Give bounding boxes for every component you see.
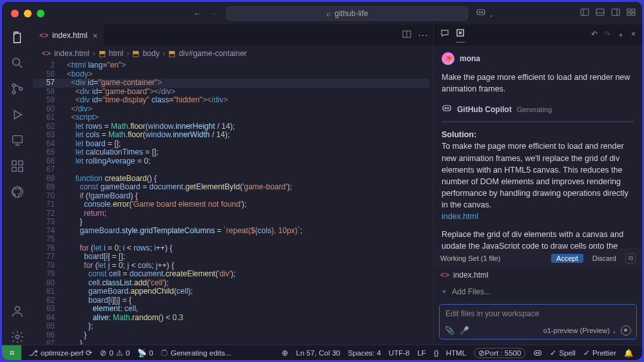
discard-button[interactable]: Discard	[587, 254, 621, 263]
code-line[interactable]: 61 <script>	[33, 113, 429, 122]
code-line[interactable]: 74 gameBoard.style.gridTemplateColumns =…	[33, 227, 429, 236]
github-icon[interactable]	[10, 184, 25, 200]
code-line[interactable]: 69 const gameBoard = document.getElement…	[33, 183, 429, 192]
layout-controls	[580, 8, 636, 19]
add-files-button[interactable]: ＋ Add Files...	[434, 283, 642, 300]
customize-layout-icon[interactable]	[627, 8, 636, 19]
line-number: 84	[33, 314, 63, 323]
notifications-icon[interactable]: 🔔	[620, 348, 637, 357]
code-line[interactable]: 85 };	[33, 322, 429, 331]
model-picker[interactable]: o1-preview (Preview) ⌄	[543, 327, 617, 334]
git-branch[interactable]: ⎇ optimize-perf ⟳	[25, 348, 96, 357]
code-line[interactable]: 63 let cols = Math.floor(window.innerWid…	[33, 131, 429, 140]
code-line[interactable]: 81 gameBoard.appendChild(cell);	[33, 287, 429, 296]
settings-gear-icon[interactable]	[10, 329, 25, 345]
copilot-status-icon[interactable]	[529, 349, 546, 357]
code-line[interactable]: 80 cell.classList.add('cell');	[33, 279, 429, 288]
command-center[interactable]: ⌕ github-life	[226, 6, 468, 21]
code-line[interactable]: 67	[33, 166, 429, 175]
close-panel-icon[interactable]: ×	[631, 30, 636, 41]
encoding[interactable]: UTF-8	[385, 349, 414, 357]
code-line[interactable]: 59 <div id="time-display" class="hidden"…	[33, 96, 429, 105]
code-line[interactable]: 72 return;	[33, 209, 429, 218]
send-button[interactable]	[621, 325, 631, 336]
cursor-position[interactable]: Ln 57, Col 30	[292, 349, 344, 357]
accounts-icon[interactable]	[10, 303, 25, 319]
panel-left-icon[interactable]	[580, 8, 589, 19]
references-header[interactable]: ⌄Used 1 reference	[442, 122, 634, 122]
code-line[interactable]: 62 let rows = Math.floor(window.innerHei…	[33, 122, 429, 131]
extensions-icon[interactable]	[10, 158, 25, 174]
close-tab-icon[interactable]: ×	[93, 31, 98, 41]
maximize-window-icon[interactable]	[37, 10, 44, 17]
code-line[interactable]: 87 }	[33, 339, 429, 345]
nav-back-icon[interactable]: ←	[193, 8, 202, 19]
port-status[interactable]: ⊘ Port : 5500	[470, 348, 529, 358]
code-line[interactable]: 66 let rollingAverage = 0;	[33, 157, 429, 166]
code-line[interactable]: 70 if (!gameBoard) {	[33, 192, 429, 201]
code-line[interactable]: 58 <div id="game-board"></div>	[33, 88, 429, 97]
generating-status[interactable]: Generating edits...	[157, 349, 235, 357]
redo-icon[interactable]: ↷	[604, 30, 610, 41]
code-line[interactable]: 65 let calculationTimes = [];	[33, 148, 429, 157]
working-set-item[interactable]: <> index.html	[434, 267, 642, 283]
run-debug-icon[interactable]	[10, 107, 25, 122]
minimize-window-icon[interactable]	[24, 10, 32, 17]
code-line[interactable]: 79 const cell = document.createElement('…	[33, 270, 429, 279]
file-link[interactable]: index.html	[442, 212, 478, 221]
attach-icon[interactable]: 📎	[445, 326, 454, 335]
eol[interactable]: LF	[413, 349, 429, 357]
copilot-titlebar-icon[interactable]: ⌄	[476, 8, 494, 19]
more-actions-icon[interactable]: ⋯	[418, 29, 428, 41]
code-line[interactable]: 71 console.error('Game board element not…	[33, 200, 429, 209]
live-server-icon[interactable]: ⊕	[278, 348, 292, 357]
breadcrumb[interactable]: <> index.html › ⬒ html › ⬒ body › ⬒ div#…	[33, 46, 433, 61]
undo-icon[interactable]: ↶	[591, 30, 598, 41]
remote-explorer-icon[interactable]	[10, 133, 25, 148]
code-line[interactable]: 86 }	[33, 331, 429, 340]
code-line[interactable]: 60 </div>	[33, 105, 429, 114]
explorer-icon[interactable]	[10, 30, 25, 45]
new-chat-icon[interactable]: ＋	[617, 30, 625, 41]
edit-mode-icon[interactable]	[456, 28, 465, 43]
spell-check[interactable]: Spell	[546, 348, 580, 357]
code-line[interactable]: 78 for (let j = 0; j < cols; j++) {	[33, 262, 429, 271]
indentation[interactable]: Spaces: 4	[344, 349, 385, 357]
tab-index-html[interactable]: <> index.html ×	[33, 24, 104, 46]
prettier-status[interactable]: Prettier	[580, 348, 620, 357]
close-window-icon[interactable]	[11, 10, 19, 17]
split-editor-icon[interactable]	[402, 30, 411, 41]
diff-icon[interactable]: ⧉	[625, 253, 636, 263]
code-line[interactable]: 68 function createBoard() {	[33, 175, 429, 184]
code-line[interactable]: 57 <div id="game-container">	[33, 79, 429, 88]
code-line[interactable]: 73 }	[33, 218, 429, 227]
chat-input[interactable]: Edit files in your workspace 📎 🎤 o1-prev…	[439, 304, 637, 339]
code-line[interactable]: 2 <html lang="en">	[33, 61, 429, 70]
search-icon[interactable]	[10, 55, 25, 71]
source-control-icon[interactable]	[10, 81, 25, 97]
accept-button[interactable]: Accept	[551, 254, 583, 263]
code-line[interactable]: 75	[33, 235, 429, 244]
language-mode[interactable]: {} HTML	[430, 349, 470, 357]
panel-bottom-icon[interactable]	[596, 8, 605, 19]
code-line[interactable]: 82 board[i][j] = {	[33, 296, 429, 305]
code-line[interactable]: 76 for (let i = 0; i < rows; i++) {	[33, 244, 429, 253]
ports[interactable]: 📡0	[133, 348, 157, 357]
user-avatar: 🐙	[442, 52, 454, 65]
svg-point-37	[538, 352, 540, 354]
chat-icon[interactable]	[440, 28, 449, 43]
remote-indicator[interactable]: ⌗	[2, 345, 21, 361]
code-line[interactable]: 64 let board = [];	[33, 140, 429, 149]
code-line[interactable]: 77 board[i] = [];	[33, 252, 429, 262]
code-line[interactable]: 83 element: cell,	[33, 305, 429, 314]
svg-point-1	[479, 12, 480, 13]
code-line[interactable]: 56 <body>	[33, 70, 429, 79]
problems[interactable]: ⊘0 ⚠0	[96, 348, 133, 357]
code-line[interactable]: 84 alive: Math.random() < 0.3	[33, 314, 429, 323]
mic-icon[interactable]: 🎤	[460, 326, 469, 335]
nav-forward-icon[interactable]: →	[208, 8, 217, 19]
panel-right-icon[interactable]	[611, 8, 620, 19]
line-number: 75	[33, 235, 63, 244]
code-editor[interactable]: 2 <html lang="en">56 <body>57 <div id="g…	[33, 61, 433, 345]
svg-rect-7	[612, 9, 620, 15]
